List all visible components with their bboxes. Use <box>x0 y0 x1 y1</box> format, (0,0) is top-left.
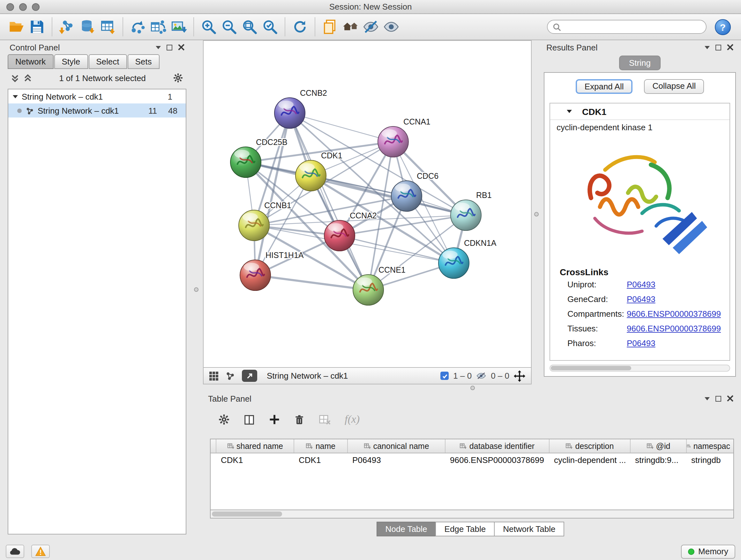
tab-string[interactable]: String <box>619 56 661 70</box>
zoom-out-button[interactable] <box>219 17 239 37</box>
hide-selected-button[interactable] <box>360 17 381 37</box>
crosslink-link[interactable]: P06493 <box>627 338 656 348</box>
close-panel-icon[interactable] <box>727 44 733 51</box>
zoom-fit-button[interactable] <box>239 17 260 37</box>
crosslink-link[interactable]: 9606.ENSP00000378699 <box>627 309 721 319</box>
network-node-CDK1[interactable]: CDK1 <box>295 151 342 191</box>
table-horizontal-scrollbar[interactable] <box>210 510 734 518</box>
selected-checkbox-icon[interactable] <box>441 372 449 380</box>
open-session-button[interactable] <box>6 17 27 37</box>
import-table-from-file-button[interactable] <box>98 17 118 37</box>
close-panel-icon[interactable] <box>178 44 185 51</box>
import-network-from-file-button[interactable] <box>57 17 77 37</box>
duplicate-network-button[interactable] <box>320 17 340 37</box>
search-input[interactable] <box>565 22 701 31</box>
tab-sets[interactable]: Sets <box>127 54 159 69</box>
table-row[interactable]: CDK1 CDK1 P06493 9606.ENSP00000378699 cy… <box>211 453 733 468</box>
minimize-window-button[interactable] <box>19 3 27 11</box>
panel-menu-icon[interactable] <box>704 397 710 400</box>
results-horizontal-scrollbar[interactable] <box>549 365 730 372</box>
vertical-splitter-handle[interactable] <box>534 212 539 216</box>
refresh-view-button[interactable] <box>290 17 310 37</box>
crosslink-link[interactable]: P06493 <box>627 280 656 289</box>
export-image-button[interactable] <box>169 17 189 37</box>
cloud-button[interactable] <box>6 545 24 558</box>
gear-icon[interactable] <box>173 73 183 83</box>
tab-select[interactable]: Select <box>88 54 127 69</box>
show-all-button[interactable] <box>381 17 401 37</box>
help-button[interactable]: ? <box>715 19 731 35</box>
save-session-button[interactable] <box>27 17 47 37</box>
column-settings-gear-icon[interactable] <box>218 414 230 425</box>
network-node-CCNE1[interactable]: CCNE1 <box>353 265 406 305</box>
network-node-HIST1H1A[interactable]: HIST1H1A <box>240 251 304 291</box>
panel-menu-icon[interactable] <box>704 46 710 49</box>
collection-expander-icon[interactable] <box>13 95 18 98</box>
network-node-CCNB2[interactable]: CCNB2 <box>274 88 327 128</box>
panel-menu-icon[interactable] <box>156 46 161 49</box>
network-node-CDKN1A[interactable]: CDKN1A <box>439 239 496 278</box>
import-network-from-database-button[interactable] <box>77 17 98 37</box>
cell-database-identifier[interactable]: 9606.ENSP00000378699 <box>446 453 549 468</box>
network-node-CCNB1[interactable]: CCNB1 <box>239 201 291 241</box>
network-node-CCNA1[interactable]: CCNA1 <box>378 117 430 157</box>
birdseye-view-button[interactable] <box>340 17 360 37</box>
create-column-icon[interactable] <box>269 414 280 425</box>
grid-toggle-icon[interactable] <box>209 371 218 380</box>
cell-shared-name[interactable]: CDK1 <box>216 453 294 468</box>
pan-crosshair-icon[interactable] <box>514 370 525 381</box>
network-canvas[interactable]: CCNB2CCNA1CDC25BCDK1CDC6RB1CCNB1CCNA2CDK… <box>204 41 531 367</box>
tab-style[interactable]: Style <box>54 54 88 69</box>
tab-edge-table[interactable]: Edge Table <box>435 522 495 537</box>
network-view[interactable]: CCNB2CCNA1CDC25BCDK1CDC6RB1CCNB1CCNA2CDK… <box>203 40 532 368</box>
tab-network-table[interactable]: Network Table <box>494 522 564 537</box>
float-panel-icon[interactable] <box>716 44 721 50</box>
column-header[interactable]: canonical name <box>348 439 446 453</box>
cell-name[interactable]: CDK1 <box>294 453 348 468</box>
cell-namespace[interactable]: stringdb <box>687 453 730 468</box>
crosslink-link[interactable]: P06493 <box>627 294 656 304</box>
vertical-splitter-handle[interactable] <box>194 287 199 292</box>
protein-section-header[interactable]: CDK1 <box>550 104 730 120</box>
scrollbar-thumb[interactable] <box>212 511 282 516</box>
collapse-all-button[interactable]: Collapse All <box>644 79 704 94</box>
scrollbar-thumb[interactable] <box>551 366 631 370</box>
warnings-button[interactable] <box>31 545 50 558</box>
float-panel-icon[interactable] <box>716 395 721 401</box>
node-table[interactable]: shared name name canonical name database… <box>210 439 734 510</box>
network-collection-row[interactable]: String Network – cdk1 1 <box>8 89 186 104</box>
close-window-button[interactable] <box>6 3 14 11</box>
collapse-all-icon[interactable] <box>11 74 19 82</box>
expand-all-button[interactable]: Expand All <box>576 79 633 94</box>
tab-network[interactable]: Network <box>8 54 53 69</box>
cell-description[interactable]: cyclin-dependent ... <box>549 453 630 468</box>
cell-at-id[interactable]: stringdb:9... <box>630 453 687 468</box>
network-node-RB1[interactable]: RB1 <box>451 191 492 231</box>
float-panel-icon[interactable] <box>166 44 172 50</box>
column-header[interactable]: shared name <box>216 439 294 453</box>
birdseye-toggle-icon[interactable] <box>225 371 235 381</box>
delete-columns-icon[interactable] <box>293 414 305 425</box>
column-header[interactable]: description <box>549 439 630 453</box>
section-expander-icon[interactable] <box>567 110 572 113</box>
column-header[interactable]: @id <box>630 439 687 453</box>
expand-all-icon[interactable] <box>23 74 32 82</box>
zoom-selected-button[interactable] <box>260 17 280 37</box>
open-in-window-button[interactable] <box>242 370 257 382</box>
cell-canonical-name[interactable]: P06493 <box>348 453 446 468</box>
column-header[interactable]: name <box>294 439 348 453</box>
horizontal-splitter-handle[interactable] <box>470 386 475 390</box>
new-network-from-selection-button[interactable] <box>128 17 148 37</box>
zoom-window-button[interactable] <box>32 3 40 11</box>
memory-button[interactable]: Memory <box>681 544 735 558</box>
column-header[interactable]: database identifier <box>446 439 549 453</box>
new-table-from-network-button[interactable] <box>148 17 169 37</box>
crosslink-link[interactable]: 9606.ENSP00000378699 <box>627 324 721 333</box>
show-columns-icon[interactable] <box>243 414 255 426</box>
close-panel-icon[interactable] <box>727 395 733 401</box>
zoom-in-button[interactable] <box>199 17 219 37</box>
network-node-CDC6[interactable]: CDC6 <box>391 172 439 211</box>
search-box[interactable] <box>547 20 706 34</box>
tab-node-table[interactable]: Node Table <box>376 522 436 537</box>
network-row[interactable]: String Network – cdk1 11 48 <box>8 104 186 118</box>
